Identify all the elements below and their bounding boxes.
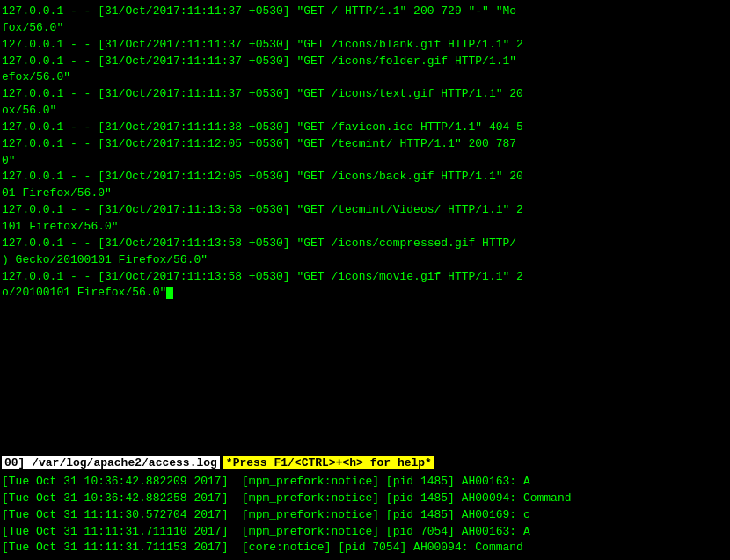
status-bar: 00] /var/log/apache2/access.log *Press F…	[0, 453, 730, 472]
cursor	[166, 287, 173, 299]
status-help-text: *Press F1/<CTRL>+<h> for help*	[223, 456, 434, 469]
status-filename: 00] /var/log/apache2/access.log	[2, 456, 220, 469]
terminal-top-section: 127.0.0.1 - - [31/Oct/2017:11:11:37 +053…	[0, 0, 730, 453]
terminal-bottom-section: [Tue Oct 31 10:36:42.882209 2017] [mpm_p…	[0, 472, 730, 560]
